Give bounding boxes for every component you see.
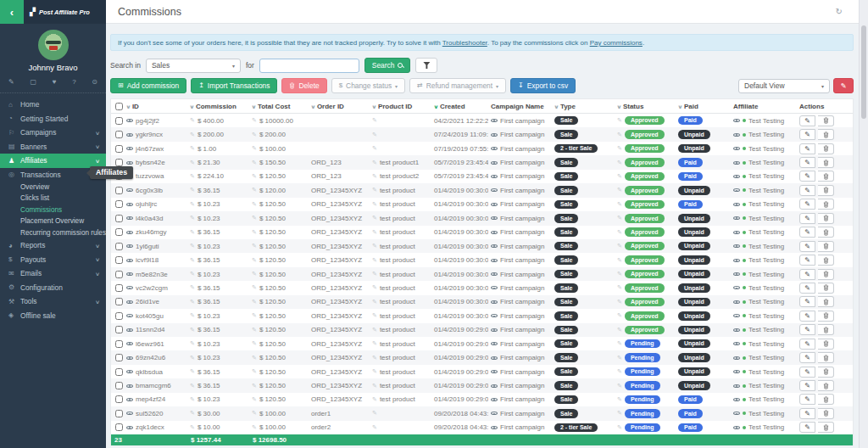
eye-icon[interactable] (491, 284, 498, 291)
paid-badge[interactable]: Unpaid (678, 270, 710, 279)
avatar[interactable] (38, 30, 69, 60)
eye-icon[interactable] (733, 187, 740, 193)
delete-row-button[interactable] (818, 296, 834, 307)
edit-row-button[interactable]: ✎ (799, 408, 815, 419)
pencil-icon[interactable]: ✎ (190, 145, 195, 152)
sidebar-item-emails[interactable]: ✉Emails∨ (0, 266, 106, 281)
pencil-icon[interactable]: ✎ (190, 160, 195, 166)
eye-icon[interactable] (491, 160, 498, 166)
edit-row-button[interactable]: ✎ (799, 394, 815, 405)
sidebar-item-banners[interactable]: ▤Banners∨ (0, 140, 106, 154)
pencil-icon[interactable]: ✎ (617, 117, 622, 124)
column-header-total-cost[interactable]: ∨Total Cost (249, 103, 309, 110)
pencil-icon[interactable]: ✎ (617, 201, 622, 208)
edit-row-button[interactable]: ✎ (799, 255, 815, 266)
column-header-paid[interactable]: ∨Paid (676, 103, 731, 110)
pencil-icon[interactable]: ✎ (372, 117, 377, 124)
status-badge[interactable]: Approved (625, 116, 665, 126)
sidebar-subitem-overview[interactable]: Overview (0, 182, 106, 193)
eye-icon[interactable] (733, 215, 740, 221)
page-scrollbar[interactable] (859, 0, 868, 448)
delete-row-button[interactable] (818, 241, 834, 252)
pencil-icon[interactable]: ✎ (190, 215, 195, 221)
eye-icon[interactable] (733, 117, 740, 124)
row-checkbox[interactable] (115, 117, 123, 125)
pencil-icon[interactable]: ✎ (252, 145, 257, 152)
edit-profile-icon[interactable]: ✎ (8, 78, 14, 86)
edit-row-button[interactable]: ✎ (799, 296, 815, 307)
status-badge[interactable]: Pending (625, 381, 660, 390)
eye-icon[interactable] (733, 145, 740, 152)
eye-icon[interactable] (491, 229, 498, 236)
delete-row-button[interactable] (818, 171, 834, 182)
row-checkbox[interactable] (115, 228, 123, 236)
paid-badge[interactable]: Unpaid (678, 255, 710, 265)
eye-icon[interactable] (733, 410, 740, 417)
delete-row-button[interactable] (818, 213, 834, 224)
row-checkbox[interactable] (115, 271, 123, 278)
delete-row-button[interactable] (818, 283, 834, 294)
eye-icon[interactable] (491, 145, 498, 152)
pencil-icon[interactable]: ✎ (252, 173, 257, 180)
pencil-icon[interactable]: ✎ (617, 299, 622, 305)
delete-row-button[interactable] (818, 394, 834, 405)
status-badge[interactable]: Approved (625, 255, 665, 265)
delete-row-button[interactable] (818, 227, 834, 238)
eye-icon[interactable] (733, 229, 740, 236)
paid-badge[interactable]: Unpaid (678, 214, 710, 223)
row-checkbox[interactable] (115, 410, 123, 417)
pencil-icon[interactable]: ✎ (190, 368, 195, 375)
eye-icon[interactable] (733, 132, 740, 138)
sidebar-item-getting-started[interactable]: ◔Getting Started (0, 112, 106, 126)
eye-icon[interactable] (126, 284, 133, 291)
delete-row-button[interactable] (818, 143, 834, 154)
edit-row-button[interactable]: ✎ (799, 311, 815, 322)
edit-row-button[interactable]: ✎ (799, 352, 815, 363)
eye-icon[interactable] (491, 299, 498, 305)
pencil-icon[interactable]: ✎ (617, 271, 622, 277)
column-header-order-id[interactable]: ∨Order ID (309, 103, 370, 110)
sidebar-item-tools[interactable]: ⚒Tools∨ (0, 294, 106, 309)
sidebar-subitem-placement-overview[interactable]: Placement Overview (0, 216, 106, 227)
edit-row-button[interactable]: ✎ (799, 227, 815, 238)
paid-badge[interactable]: Unpaid (678, 367, 710, 377)
paid-badge[interactable]: Unpaid (678, 186, 710, 195)
eye-icon[interactable] (491, 243, 498, 249)
status-badge[interactable]: Approved (625, 326, 665, 335)
pencil-icon[interactable]: ✎ (252, 229, 257, 236)
eye-icon[interactable] (733, 424, 740, 431)
edit-row-button[interactable]: ✎ (799, 185, 815, 196)
pencil-icon[interactable]: ✎ (252, 368, 257, 375)
pencil-icon[interactable]: ✎ (617, 410, 622, 417)
row-checkbox[interactable] (115, 145, 123, 153)
pencil-icon[interactable]: ✎ (372, 327, 377, 333)
edit-row-button[interactable]: ✎ (799, 422, 815, 433)
row-checkbox[interactable] (115, 326, 123, 333)
status-badge[interactable]: Approved (625, 311, 665, 321)
pencil-icon[interactable]: ✎ (617, 173, 622, 180)
paid-badge[interactable]: Paid (678, 200, 703, 210)
column-header-created[interactable]: ∨Created (431, 103, 488, 110)
paid-badge[interactable]: Unpaid (678, 242, 710, 251)
eye-icon[interactable] (491, 257, 498, 264)
delete-button[interactable]: Delete (281, 78, 326, 93)
pencil-icon[interactable]: ✎ (617, 312, 622, 319)
search-field-select[interactable]: Sales ▾ (146, 59, 241, 73)
pencil-icon[interactable]: ✎ (372, 312, 377, 319)
row-checkbox[interactable] (115, 256, 123, 264)
pencil-icon[interactable]: ✎ (617, 243, 622, 249)
eye-icon[interactable] (126, 243, 133, 249)
paid-badge[interactable]: Unpaid (678, 227, 710, 237)
status-badge[interactable]: Approved (625, 214, 665, 223)
view-select[interactable]: Default View ▾ (738, 79, 830, 93)
eye-icon[interactable] (126, 368, 133, 375)
eye-icon[interactable] (491, 173, 498, 180)
row-checkbox[interactable] (115, 159, 123, 166)
pencil-icon[interactable]: ✎ (252, 284, 257, 291)
pencil-icon[interactable]: ✎ (617, 257, 622, 264)
pencil-icon[interactable]: ✎ (190, 132, 195, 138)
status-badge[interactable]: Approved (625, 186, 665, 195)
pencil-icon[interactable]: ✎ (190, 173, 195, 180)
column-header-type[interactable]: ∨Type (552, 103, 615, 110)
eye-icon[interactable] (733, 284, 740, 291)
